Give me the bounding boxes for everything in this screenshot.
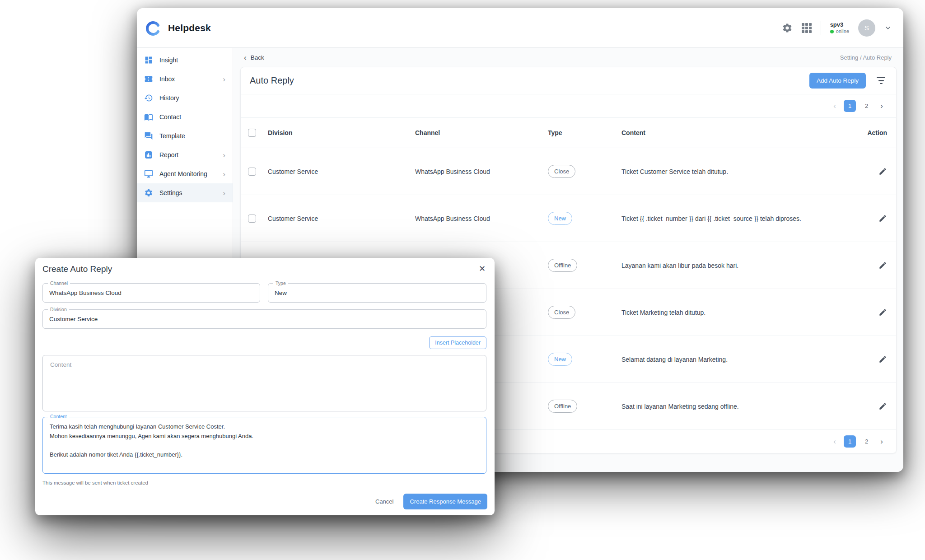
chevron-right-icon: ›	[223, 151, 225, 159]
helper-text: This message will be sent when ticket cr…	[42, 480, 148, 485]
pagination-prev-icon[interactable]: ‹	[830, 437, 839, 446]
content-textarea-empty[interactable]: Content	[42, 355, 486, 411]
cancel-button[interactable]: Cancel	[375, 498, 393, 505]
cell-channel: WhatsApp Business Cloud	[415, 215, 548, 222]
column-header-type: Type	[548, 129, 621, 136]
type-field-label: Type	[273, 280, 288, 287]
select-all-checkbox[interactable]	[248, 129, 256, 137]
cell-content: Ticket Marketing telah ditutup.	[621, 309, 864, 316]
sidebar-item-label: Insight	[159, 56, 178, 64]
sidebar-item-inbox[interactable]: Inbox ›	[137, 70, 233, 89]
sidebar-item-label: Report	[159, 151, 178, 159]
cell-content: Layanan kami akan libur pada besok hari.	[621, 262, 864, 269]
row-checkbox[interactable]	[248, 215, 256, 223]
filter-icon[interactable]	[875, 75, 887, 86]
sidebar-item-label: Template	[159, 132, 185, 140]
sidebar-item-label: Inbox	[159, 75, 175, 83]
type-badge: Close	[548, 306, 575, 319]
sidebar-item-label: Agent Monitoring	[159, 170, 207, 177]
add-auto-reply-button[interactable]: Add Auto Reply	[809, 73, 866, 89]
edit-pencil-icon[interactable]	[878, 214, 887, 223]
column-header-division: Division	[268, 129, 415, 136]
user-status-label: online	[836, 28, 849, 35]
cell-content: Ticket Customer Service telah ditutup.	[621, 168, 864, 175]
sidebar-item-contact[interactable]: Contact	[137, 107, 233, 126]
edit-pencil-icon[interactable]	[878, 402, 887, 411]
cell-channel: WhatsApp Business Cloud	[415, 168, 548, 175]
table-header: Division Channel Type Content Action	[241, 118, 896, 148]
table-row: Customer Service WhatsApp Business Cloud…	[241, 195, 896, 242]
edit-pencil-icon[interactable]	[878, 355, 887, 364]
cell-content: Selamat datang di layanan Marketing.	[621, 356, 864, 363]
type-badge: Offline	[548, 400, 577, 413]
back-button[interactable]: ‹ Back	[244, 54, 264, 61]
sidebar-item-label: Settings	[159, 189, 182, 196]
user-name: spv3	[830, 21, 849, 28]
chevron-right-icon: ›	[223, 170, 225, 178]
chevron-left-icon: ‹	[244, 54, 247, 61]
sidebar-item-insight[interactable]: Insight	[137, 51, 233, 70]
pagination-page-1[interactable]: 1	[844, 435, 856, 448]
history-icon	[144, 93, 153, 103]
pagination-prev-icon[interactable]: ‹	[830, 102, 839, 111]
division-field-label: Division	[48, 307, 69, 313]
pagination-next-icon[interactable]: ›	[877, 102, 886, 111]
sidebar-item-label: History	[159, 94, 179, 102]
chevron-right-icon: ›	[223, 75, 225, 83]
avatar[interactable]: S	[858, 19, 875, 37]
create-response-message-button[interactable]: Create Response Message	[403, 494, 487, 509]
app-title: Helpdesk	[168, 23, 211, 33]
edit-pencil-icon[interactable]	[878, 167, 887, 176]
topbar: Helpdesk spv3 online S	[137, 8, 903, 48]
row-checkbox[interactable]	[248, 168, 256, 176]
pagination-page-2[interactable]: 2	[860, 435, 873, 448]
user-info: spv3 online	[830, 21, 849, 35]
type-field[interactable]: Type New	[268, 283, 486, 303]
sidebar-item-report[interactable]: Report ›	[137, 145, 233, 164]
dashboard-icon	[144, 56, 153, 65]
modal-title: Create Auto Reply	[42, 264, 112, 274]
book-icon	[144, 112, 153, 121]
pagination-next-icon[interactable]: ›	[877, 437, 886, 446]
content-field-value: Terima kasih telah menghubungi layanan C…	[50, 422, 479, 460]
sidebar-item-settings[interactable]: Settings ›	[137, 183, 233, 202]
type-badge: Offline	[548, 259, 577, 272]
pagination-page-1[interactable]: 1	[844, 100, 856, 112]
sidebar-item-template[interactable]: Template	[137, 126, 233, 145]
channel-field[interactable]: Channel WhatsApp Business Cloud	[42, 283, 260, 303]
edit-pencil-icon[interactable]	[878, 308, 887, 317]
breadcrumb: Setting / Auto Reply	[840, 54, 892, 61]
channel-field-value: WhatsApp Business Cloud	[49, 289, 121, 296]
division-field-value: Customer Service	[49, 316, 98, 322]
helpdesk-logo-icon	[144, 19, 162, 37]
division-field[interactable]: Division Customer Service	[42, 309, 486, 329]
cell-content: Saat ini layanan Marketing sedang offlin…	[621, 403, 864, 410]
page-title: Auto Reply	[250, 75, 294, 86]
type-badge: Close	[548, 165, 575, 178]
pagination-page-2[interactable]: 2	[860, 100, 873, 112]
chevron-right-icon: ›	[223, 189, 225, 197]
topbar-divider	[821, 21, 821, 35]
back-label: Back	[251, 54, 264, 61]
monitor-icon	[144, 169, 153, 178]
sidebar-item-history[interactable]: History	[137, 89, 233, 107]
type-field-value: New	[275, 289, 287, 296]
gear-icon	[144, 188, 153, 197]
type-badge: New	[548, 353, 572, 366]
apps-grid-icon[interactable]	[802, 23, 812, 33]
gear-icon[interactable]	[782, 23, 793, 33]
edit-pencil-icon[interactable]	[878, 261, 887, 270]
close-icon[interactable]: ✕	[479, 264, 486, 274]
brand: Helpdesk	[144, 19, 211, 37]
chevron-down-icon[interactable]	[884, 24, 892, 32]
cell-content: Ticket {{ .ticket_number }} dari {{ .tic…	[621, 215, 864, 222]
cell-division: Customer Service	[268, 215, 415, 222]
cell-division: Customer Service	[268, 168, 415, 175]
insert-placeholder-button[interactable]: Insert Placeholder	[429, 336, 486, 349]
sidebar-item-label: Contact	[159, 113, 181, 121]
create-auto-reply-modal: Create Auto Reply ✕ Channel WhatsApp Bus…	[35, 258, 495, 515]
pagination-top: ‹ 1 2 ›	[241, 94, 896, 118]
sidebar-item-agent-monitoring[interactable]: Agent Monitoring ›	[137, 164, 233, 183]
content-textarea[interactable]: Content Terima kasih telah menghubungi l…	[42, 417, 486, 474]
online-status-dot	[830, 30, 834, 33]
